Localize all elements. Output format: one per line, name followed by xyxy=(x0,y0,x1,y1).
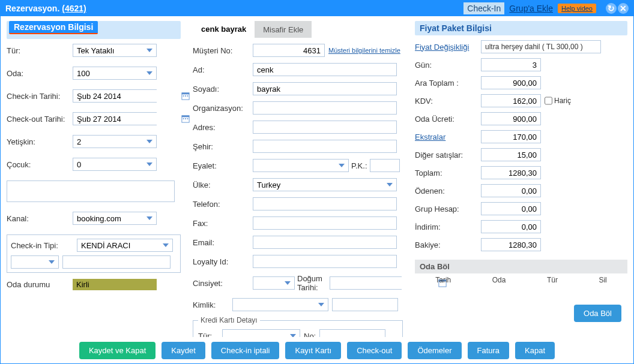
paid-label: Ödenen: xyxy=(415,186,481,195)
room-status-value: Kirli xyxy=(73,279,157,290)
vat-excluded-checkbox[interactable]: Hariç xyxy=(545,94,571,107)
child-label: Çocuk: xyxy=(7,160,73,169)
save-close-button[interactable]: Kaydet ve Kapat xyxy=(79,342,155,359)
extras-link[interactable]: Ekstralar xyxy=(415,133,481,142)
svg-rect-2 xyxy=(183,95,184,97)
country-label: Ülke: xyxy=(193,181,253,189)
organization-label: Organizasyon: xyxy=(193,104,253,113)
discount-value[interactable] xyxy=(481,220,541,233)
lastname-input[interactable] xyxy=(253,82,397,95)
vat-excluded-label: Hariç xyxy=(554,97,571,105)
address-input[interactable] xyxy=(253,121,397,134)
fax-label: Fax: xyxy=(193,219,253,228)
cc-no-label: No: xyxy=(304,332,316,338)
type-select[interactable] xyxy=(73,44,157,57)
room-split-header: Oda Böl xyxy=(415,260,627,273)
days-value[interactable] xyxy=(481,58,541,71)
room-split-button[interactable]: Oda Böl xyxy=(574,305,621,322)
identity-no-input[interactable] xyxy=(332,298,398,311)
child-select[interactable] xyxy=(73,158,157,171)
gender-select[interactable] xyxy=(253,276,295,290)
phone-label: Telefon: xyxy=(193,200,253,209)
clear-customer-link[interactable]: Müsteri bilgilerini temizle xyxy=(328,47,400,54)
checkin-cancel-button[interactable]: Check-in iptali xyxy=(211,342,280,359)
loyalty-input[interactable] xyxy=(253,255,397,268)
room-fee-value[interactable] xyxy=(481,112,541,125)
checkout-date-field[interactable] xyxy=(73,113,181,125)
checkin-type-select[interactable] xyxy=(77,239,173,252)
checkin-link[interactable]: Check-In xyxy=(463,2,504,14)
reservation-id[interactable]: (4621) xyxy=(62,4,86,13)
extras-value[interactable] xyxy=(481,130,541,143)
room-fee-label: Oda Ücreti: xyxy=(415,115,481,124)
group-add-link[interactable]: Grup'a Ekle xyxy=(509,4,553,13)
refresh-icon[interactable]: ↻ xyxy=(606,3,617,14)
country-select[interactable] xyxy=(253,178,397,191)
checkout-button[interactable]: Check-out xyxy=(347,342,402,359)
checkin-type-sub2[interactable] xyxy=(62,255,171,269)
help-video-button[interactable]: Help video xyxy=(558,4,596,13)
subtotal-label: Ara Toplam : xyxy=(415,79,481,88)
svg-rect-8 xyxy=(185,118,186,119)
checkin-type-sub1[interactable] xyxy=(11,255,59,269)
vat-value[interactable] xyxy=(481,94,541,107)
checkin-date-field[interactable] xyxy=(73,90,181,102)
other-sales-value[interactable] xyxy=(481,148,541,161)
notes-textarea[interactable] xyxy=(7,181,175,202)
invoice-button[interactable]: Fatura xyxy=(468,342,510,359)
identity-type-select[interactable] xyxy=(232,298,328,311)
lastname-label: Soyadı: xyxy=(193,85,253,94)
channel-select[interactable] xyxy=(73,212,157,225)
adult-label: Yetişkin: xyxy=(7,137,73,146)
package-text: ultra herşey dahil ( TL 300,00 ) xyxy=(481,40,601,53)
group-account-value[interactable] xyxy=(481,202,541,215)
phone-input[interactable] xyxy=(253,197,397,210)
save-button[interactable]: Kaydet xyxy=(162,342,205,359)
cc-type-label: Tür: xyxy=(198,332,222,338)
room-select[interactable] xyxy=(73,67,157,80)
room-status-label: Oda durumu xyxy=(7,280,73,289)
email-input[interactable] xyxy=(253,236,397,249)
pricing-header: Fiyat Paket Bilgisi xyxy=(415,21,627,35)
type-label: Tür: xyxy=(7,46,73,55)
checkout-date-input[interactable] xyxy=(73,112,157,125)
channel-label: Kanal: xyxy=(7,214,73,223)
checkin-date-label: Check-in Tarihi: xyxy=(7,92,73,101)
loyalty-label: Loyalty Id: xyxy=(193,257,253,266)
paid-value[interactable] xyxy=(481,184,541,197)
identity-label: Kimlik: xyxy=(193,300,229,309)
customer-no-input[interactable] xyxy=(253,44,325,57)
adult-select[interactable] xyxy=(73,135,157,148)
close-icon[interactable]: ✕ xyxy=(618,3,629,14)
total-value[interactable] xyxy=(481,166,541,179)
cc-no-input[interactable] xyxy=(319,329,385,337)
birthdate-input[interactable] xyxy=(330,276,402,290)
fax-input[interactable] xyxy=(253,216,397,230)
cc-type-select[interactable] xyxy=(222,329,300,337)
payments-button[interactable]: Ödemeler xyxy=(408,342,461,359)
gender-label: Cinsiyet: xyxy=(193,279,253,288)
split-col-date: Tarih xyxy=(435,276,451,284)
vat-excluded-input[interactable] xyxy=(545,94,552,107)
subtotal-value[interactable] xyxy=(481,76,541,89)
room-label: Oda: xyxy=(7,69,73,78)
price-change-link[interactable]: Fiyat Değişikliği xyxy=(415,43,481,52)
state-select[interactable] xyxy=(253,159,349,172)
checkin-date-input[interactable] xyxy=(73,89,157,103)
close-button[interactable]: Kapat xyxy=(515,342,555,359)
postcode-input[interactable] xyxy=(370,159,400,172)
tab-guest-active[interactable]: cenk bayrak xyxy=(193,21,255,38)
vat-label: KDV: xyxy=(415,97,481,106)
tab-add-guest[interactable]: Misafir Ekle xyxy=(255,21,312,38)
customer-no-label: Müşteri No: xyxy=(193,46,253,55)
organization-input[interactable] xyxy=(253,101,397,115)
days-label: Gün: xyxy=(415,61,481,70)
state-label: Eyalet: xyxy=(193,161,253,170)
reg-card-button[interactable]: Kayıt Kartı xyxy=(285,342,341,359)
city-input[interactable] xyxy=(253,140,397,153)
firstname-input[interactable] xyxy=(253,63,397,76)
balance-value[interactable] xyxy=(481,238,541,251)
credit-card-fieldset: Kredi Kartı Detayı Tür: No: Exp.: xyxy=(193,316,403,337)
firstname-label: Ad: xyxy=(193,65,253,74)
total-label: Toplam: xyxy=(415,169,481,178)
